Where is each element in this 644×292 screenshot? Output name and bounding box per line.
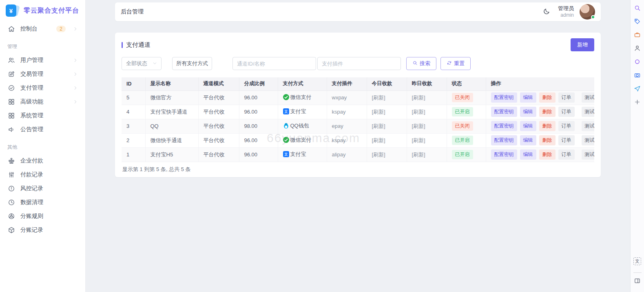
sidebar-section-title: 其他: [7, 144, 80, 151]
sidebar-item-label: 高级功能: [20, 98, 68, 105]
edit-button[interactable]: 编辑: [520, 107, 536, 117]
cell-mode: 平台代收: [198, 90, 239, 105]
test-button[interactable]: 测试: [582, 107, 595, 117]
cell-yesterday-income: [刷新]: [407, 90, 447, 105]
refresh-yesterday-link[interactable]: [刷新]: [412, 137, 425, 143]
cell-yesterday-income: [刷新]: [407, 119, 447, 133]
filter-bar: 全部状态 所有支付方式 搜索 重置: [122, 57, 594, 70]
cell-status: 已开启: [447, 105, 486, 119]
person-icon[interactable]: [633, 44, 642, 53]
refresh-today-link[interactable]: [刷新]: [372, 94, 385, 101]
sidebar-item-label: 数据清理: [20, 199, 78, 206]
page-title: 后台管理: [121, 8, 144, 15]
configure-key-button[interactable]: 配置密钥: [491, 121, 517, 131]
sidebar-item-label: 控制台: [20, 25, 51, 33]
column-header: 支付插件: [327, 77, 367, 90]
delete-button[interactable]: 删除: [539, 135, 555, 145]
table-row: 3QQ平台代收98.00QQ钱包epay[刷新][刷新]已关闭配置密钥编辑删除订…: [122, 119, 594, 133]
sidebar-item-grid[interactable]: 高级功能: [6, 95, 80, 109]
edit-button[interactable]: 编辑: [520, 149, 536, 160]
avatar[interactable]: [580, 4, 595, 20]
configure-key-button[interactable]: 配置密钥: [491, 149, 517, 160]
sidebar-item-clock[interactable]: 数据清理: [6, 195, 80, 209]
sidebar-item-check-circle[interactable]: 支付管理: [6, 81, 80, 95]
sidebar-item-label: 公告管理: [20, 126, 78, 133]
cell-id: 2: [122, 133, 145, 147]
test-button[interactable]: 测试: [582, 121, 595, 131]
column-header: 分成比例: [239, 77, 278, 90]
test-button[interactable]: 测试: [582, 135, 595, 145]
cell-yesterday-income: [刷新]: [407, 147, 447, 162]
plugin-search-input[interactable]: [317, 57, 401, 70]
order-button[interactable]: 订单: [558, 135, 575, 145]
order-button[interactable]: 订单: [558, 121, 575, 131]
order-button[interactable]: 订单: [558, 107, 575, 117]
delete-button[interactable]: 删除: [539, 121, 555, 131]
title-accent-bar: [122, 42, 123, 48]
cube-icon: [7, 226, 15, 234]
chevron-right-icon: [73, 58, 78, 63]
edit-button[interactable]: 编辑: [520, 135, 536, 145]
cell-name: QQ: [145, 119, 198, 133]
sidebar-item-edit[interactable]: 交易管理: [6, 67, 80, 81]
pay-method-filter-button[interactable]: 所有支付方式: [172, 57, 212, 70]
channel-search-input[interactable]: [232, 57, 316, 70]
status-select[interactable]: 全部状态: [122, 57, 162, 70]
order-button[interactable]: 订单: [558, 92, 575, 103]
sidebar-item-users[interactable]: 用户管理: [6, 53, 80, 67]
wechat-pay-icon: [283, 94, 289, 100]
sidebar-item-console[interactable]: 控制台 2: [6, 22, 80, 36]
configure-key-button[interactable]: 配置密钥: [491, 92, 517, 103]
dark-mode-toggle[interactable]: [541, 6, 552, 18]
sidebar-item-label: 付款记录: [20, 171, 78, 178]
edit-button[interactable]: 编辑: [520, 92, 536, 103]
test-button[interactable]: 测试: [582, 149, 595, 160]
ring-icon[interactable]: [633, 57, 642, 66]
sidebar-item-label: 支付管理: [20, 84, 68, 92]
sidebar-item-sliders[interactable]: 付款记录: [6, 168, 80, 182]
sidebar-item-grid[interactable]: 系统管理: [6, 109, 80, 123]
reset-button[interactable]: 重置: [440, 57, 471, 70]
cell-yesterday-income: [刷新]: [407, 105, 447, 119]
sidebar-item-wheel[interactable]: 分账规则: [6, 209, 80, 223]
svg-text:支: 支: [284, 110, 288, 114]
translate-icon[interactable]: 文: [633, 257, 641, 265]
add-button[interactable]: 新增: [571, 38, 594, 51]
test-button[interactable]: 测试: [582, 92, 595, 103]
brand: ¥ 零云聚合支付平台: [6, 2, 80, 22]
order-button[interactable]: 订单: [558, 149, 575, 160]
panel-icon[interactable]: [633, 276, 642, 285]
refresh-yesterday-link[interactable]: [刷新]: [412, 123, 425, 129]
refresh-today-link[interactable]: [刷新]: [372, 137, 385, 143]
alipay-icon: 支: [283, 151, 289, 157]
sidebar-item-alert-circle[interactable]: 风控记录: [6, 182, 80, 195]
sidebar-item-speaker[interactable]: 公告管理: [6, 123, 80, 136]
wheel-icon: [7, 212, 15, 220]
refresh-yesterday-link[interactable]: [刷新]: [412, 109, 425, 115]
cell-name: 支付宝H5: [145, 147, 198, 162]
delete-button[interactable]: 删除: [539, 149, 555, 160]
cell-actions: 配置密钥编辑删除订单测试: [486, 147, 594, 162]
edit-button[interactable]: 编辑: [520, 121, 536, 131]
plus-icon[interactable]: [633, 97, 642, 106]
camera-icon[interactable]: [633, 70, 642, 79]
refresh-yesterday-link[interactable]: [刷新]: [412, 94, 425, 101]
refresh-today-link[interactable]: [刷新]: [372, 151, 385, 158]
delete-button[interactable]: 删除: [539, 107, 555, 117]
briefcase-icon[interactable]: [633, 30, 642, 39]
refresh-today-link[interactable]: [刷新]: [372, 109, 385, 115]
panel-head: 支付通道 新增: [122, 38, 594, 51]
plane-icon[interactable]: [633, 84, 642, 93]
delete-button[interactable]: 删除: [539, 92, 555, 103]
tag-icon[interactable]: [633, 17, 642, 26]
sidebar-item-cube[interactable]: 分账记录: [6, 223, 80, 237]
sidebar: ¥ 零云聚合支付平台 控制台 2 管理用户管理交易管理支付管理高级功能系统管理公…: [0, 0, 86, 292]
configure-key-button[interactable]: 配置密钥: [491, 107, 517, 117]
refresh-yesterday-link[interactable]: [刷新]: [412, 151, 425, 158]
search-button[interactable]: 搜索: [406, 57, 436, 70]
sidebar-item-cluster[interactable]: 企业付款: [6, 154, 80, 168]
refresh-today-link[interactable]: [刷新]: [372, 123, 385, 129]
search-icon[interactable]: [633, 3, 642, 12]
configure-key-button[interactable]: 配置密钥: [491, 135, 517, 145]
cell-yesterday-income: [刷新]: [407, 133, 447, 147]
